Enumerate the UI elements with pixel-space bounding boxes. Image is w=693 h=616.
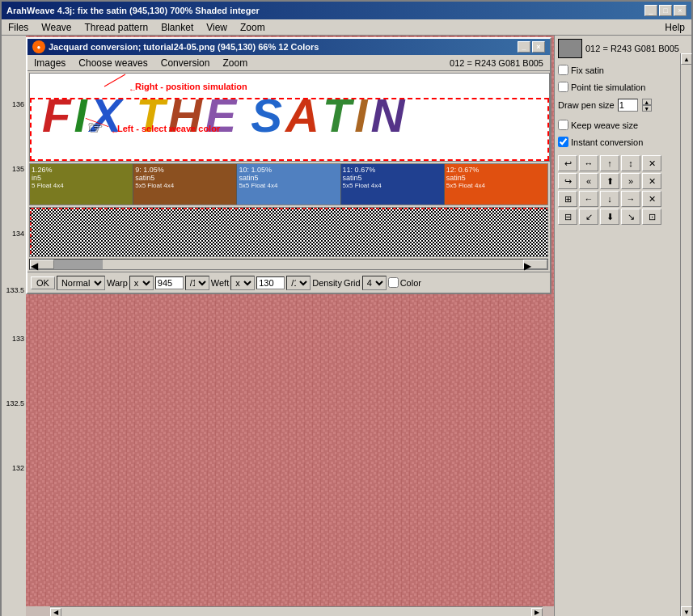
- pen-size-label: Draw pen size: [558, 100, 615, 110]
- dialog-menu-images[interactable]: Images: [31, 57, 69, 70]
- menu-help[interactable]: Help: [661, 21, 688, 34]
- icon-btn-move-left2[interactable]: «: [579, 173, 598, 189]
- pen-down-arrow[interactable]: ▼: [642, 105, 652, 112]
- icon-btn-dots[interactable]: ⊡: [642, 209, 661, 225]
- menu-files[interactable]: Files: [5, 21, 32, 34]
- icon-btn-flip-v[interactable]: ↕: [621, 155, 640, 171]
- letter-N: N: [370, 88, 406, 142]
- annotation-left: Left - select weave color: [117, 124, 220, 133]
- dialog-menu: Images Choose weaves Conversion Zoom 012…: [27, 55, 550, 71]
- color-strip-12[interactable]: 12: 0.67% satin5 5x5 Float 4x4: [445, 164, 547, 205]
- icon-btn-dl[interactable]: ↙: [579, 209, 598, 225]
- icon-btn-move-up[interactable]: ↑: [600, 155, 619, 171]
- ok-button[interactable]: OK: [31, 276, 55, 289]
- image-display[interactable]: F I X T H E S A T I N: [29, 73, 550, 162]
- weft-multiplier[interactable]: x1: [230, 276, 255, 290]
- point-tie-checkbox[interactable]: [558, 82, 568, 92]
- main-window: ArahWeave 4.3j: fix the satin (945,130) …: [0, 0, 693, 616]
- point-tie-row: Point tie simulation: [558, 82, 688, 92]
- icon-btn-cancel1[interactable]: ✕: [642, 155, 661, 171]
- warp-div[interactable]: /1: [185, 276, 209, 290]
- minimize-button[interactable]: _: [644, 5, 657, 16]
- scrollbar-right-btn[interactable]: ▶: [523, 259, 547, 269]
- dialog-menu-choose-weaves[interactable]: Choose weaves: [75, 57, 150, 70]
- strip-9-percent: 9: 1.05%: [135, 166, 235, 174]
- mode-select[interactable]: Normal: [57, 276, 105, 290]
- icon-btn-move-down[interactable]: ↓: [600, 191, 619, 207]
- warp-input[interactable]: 945: [155, 276, 184, 289]
- scrollbar-thumb[interactable]: [54, 259, 103, 269]
- h-scroll-left[interactable]: ◀: [50, 608, 61, 617]
- icon-btn-rotate-ccw[interactable]: ↪: [558, 173, 577, 189]
- color-info-text: 012 = R243 G081 B005: [450, 58, 547, 68]
- icon-btn-down2[interactable]: ⬇: [600, 209, 619, 225]
- instant-conversion-label: Instant conversion: [571, 137, 643, 147]
- fix-satin-label: Fix satin: [571, 65, 604, 75]
- fix-satin-row: Fix satin: [558, 65, 688, 75]
- weft-input[interactable]: 130: [256, 276, 285, 289]
- pen-size-row: Draw pen size 1 ▲ ▼: [558, 99, 688, 112]
- dialog-menu-conversion[interactable]: Conversion: [158, 57, 213, 70]
- icon-btn-move-right3[interactable]: →: [621, 191, 640, 207]
- icon-btn-rotate-cw[interactable]: ↩: [558, 155, 577, 171]
- weave-pattern-preview: [29, 207, 548, 257]
- dialog-h-scrollbar[interactable]: ◀ ▶: [29, 259, 548, 270]
- letter-H: H: [168, 88, 204, 142]
- dialog-controls: _ ×: [518, 41, 545, 53]
- color-strip-9[interactable]: 9: 1.05% satin5 5x5 Float 4x4: [133, 164, 237, 205]
- color-strip-10[interactable]: 10: 1.05% satin5 5x5 Float 4x4: [237, 164, 340, 205]
- icon-btn-move-right2[interactable]: »: [621, 173, 640, 189]
- warp-multiplier[interactable]: x1: [129, 276, 154, 290]
- dialog-bottom-toolbar: OK Normal Warp x1 945 /1 Weft x1: [27, 272, 550, 293]
- pen-size-input[interactable]: 1: [618, 99, 638, 112]
- h-scroll-right[interactable]: ▶: [531, 608, 543, 617]
- letter-I: I: [74, 88, 88, 142]
- dialog-minimize[interactable]: _: [518, 41, 530, 53]
- v-scroll-up[interactable]: ▲: [681, 53, 692, 65]
- annotation-right: Right - position simulation: [135, 82, 247, 91]
- fix-satin-checkbox[interactable]: [558, 65, 568, 75]
- icon-btn-move-left3[interactable]: ←: [579, 191, 598, 207]
- menu-zoom[interactable]: Zoom: [237, 21, 268, 34]
- strip-5-weave: 5 Float 4x4: [32, 182, 131, 189]
- dialog-title-text: Jacquard conversion; tutorial24-05.png (…: [49, 42, 319, 52]
- strip-10-weave: 5x5 Float 4x4: [239, 182, 338, 189]
- pen-up-arrow[interactable]: ▲: [642, 99, 652, 105]
- window-controls: _ □ ×: [644, 5, 687, 16]
- strip-11-weave: 5x5 Float 4x4: [343, 182, 442, 189]
- dialog-menu-zoom[interactable]: Zoom: [219, 57, 251, 70]
- point-tie-label: Point tie simulation: [571, 82, 645, 92]
- menu-blanket[interactable]: Blanket: [158, 21, 196, 34]
- strip-5-percent: 1.26%: [32, 166, 131, 174]
- color-info-display: 012 = R243 G081 B005: [585, 44, 679, 53]
- scrollbar-left-btn[interactable]: ◀: [30, 259, 54, 269]
- v-scroll-down[interactable]: ▼: [681, 606, 692, 616]
- icon-row-3: ⊞ ← ↓ → ✕: [558, 191, 688, 207]
- color-checkbox[interactable]: [388, 277, 399, 288]
- weft-div[interactable]: /1: [286, 276, 311, 290]
- icon-btn-grid[interactable]: ⊞: [558, 191, 577, 207]
- color-strip-11[interactable]: 11: 0.67% satin5 5x5 Float 4x4: [341, 164, 445, 205]
- ruler-mark-134: 134: [12, 230, 24, 238]
- icon-btn-dr[interactable]: ↘: [621, 209, 640, 225]
- main-h-scrollbar[interactable]: ◀ ▶: [50, 606, 543, 616]
- grid-select[interactable]: 4: [362, 276, 387, 290]
- color-strip-5[interactable]: 1.26% in5 5 Float 4x4: [30, 164, 133, 205]
- instant-conversion-checkbox[interactable]: [558, 137, 568, 147]
- dialog-close[interactable]: ×: [532, 41, 545, 53]
- menu-view[interactable]: View: [203, 21, 230, 34]
- menu-thread-pattern[interactable]: Thread pattern: [81, 21, 151, 34]
- color-strips-container: 1.26% in5 5 Float 4x4 9: 1.05% satin5 5x…: [29, 163, 548, 205]
- keep-weave-checkbox[interactable]: [558, 120, 568, 130]
- icon-btn-move-up2[interactable]: ⬆: [600, 173, 619, 189]
- color-swatch-row: 012 = R243 G081 B005: [558, 39, 688, 58]
- icon-btn-reduce[interactable]: ⊟: [558, 209, 577, 225]
- close-button[interactable]: ×: [674, 5, 687, 16]
- maximize-button[interactable]: □: [659, 5, 672, 16]
- menu-weave[interactable]: Weave: [38, 21, 74, 34]
- icon-btn-cancel3[interactable]: ✕: [642, 191, 661, 207]
- ruler-mark-132-5: 132.5: [6, 399, 24, 407]
- icon-btn-cancel2[interactable]: ✕: [642, 173, 661, 189]
- svg-rect-26: [30, 208, 548, 257]
- icon-btn-flip-h[interactable]: ↔: [579, 155, 598, 171]
